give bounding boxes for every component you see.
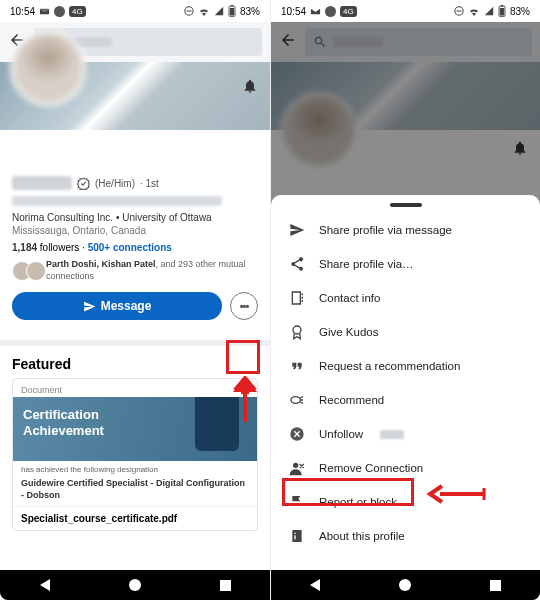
menu-share-message[interactable]: Share profile via message [271,213,540,247]
name-row: (He/Him) · 1st [12,176,258,190]
document-description: Guidewire Certified Specialist - Digital… [13,478,257,505]
document-banner: CertificationAchievement [13,397,257,461]
connections-link[interactable]: 500+ connections [88,242,172,253]
svg-rect-14 [294,533,295,534]
menu-give-kudos[interactable]: Give Kudos [271,315,540,349]
messages-icon [325,6,336,17]
messages-icon [54,6,65,17]
gmail-icon [310,6,321,17]
svg-rect-4 [230,8,234,16]
send-icon [289,222,305,238]
battery-pct: 83% [510,6,530,17]
menu-share-via[interactable]: Share profile via… [271,247,540,281]
share-icon [289,256,305,272]
signal-icon [484,6,494,16]
headline [12,196,222,206]
android-nav-bar [0,570,270,600]
svg-point-12 [293,463,298,468]
nav-home-button[interactable] [399,579,411,591]
annotation-box [226,340,260,374]
battery-icon [498,5,506,17]
nav-recents-button[interactable] [490,580,501,591]
more-button[interactable]: ••• [230,292,258,320]
status-time: 10:54 [281,6,306,17]
company-line: Norima Consulting Inc. • University of O… [12,212,258,223]
battery-icon [228,5,236,17]
connection-degree: · 1st [140,178,159,189]
menu-about-profile[interactable]: About this profile [271,519,540,553]
unfollow-icon [289,426,305,442]
android-nav-bar [271,570,540,600]
followers-line: 1,184 followers · 500+ connections [12,242,258,253]
avatar[interactable] [10,30,86,106]
menu-recommend[interactable]: Recommend [271,383,540,417]
status-time: 10:54 [10,6,35,17]
menu-contact-info[interactable]: Contact info [271,281,540,315]
remove-person-icon [289,460,305,476]
contact-icon [289,290,305,306]
svg-point-10 [293,326,301,334]
verified-icon [77,177,90,190]
annotation-arrow-up [231,376,259,428]
dnd-icon [184,6,194,16]
svg-rect-15 [294,535,295,539]
annotation-arrow-left [426,483,486,509]
svg-rect-3 [231,5,233,6]
info-icon [289,528,305,544]
message-button[interactable]: Message [12,292,222,320]
send-icon [83,300,96,313]
nav-back-button[interactable] [310,579,320,591]
featured-document-card[interactable]: Document CertificationAchievement has ac… [12,378,258,530]
mutual-connections[interactable]: Parth Doshi, Kishan Patel, and 293 other… [12,259,258,282]
profile-name [12,176,72,190]
nav-back-button[interactable] [40,579,50,591]
gmail-icon [39,6,50,17]
wifi-icon [198,6,210,16]
status-bar: 10:54 4G 83% [271,0,540,22]
recommend-icon [289,392,305,408]
pronouns: (He/Him) [95,178,135,189]
quote-icon [289,358,305,374]
doc-designation: has achieved the following designation [13,461,257,478]
signal-icon [214,6,224,16]
kudos-icon [289,324,305,340]
svg-rect-9 [500,8,504,16]
sheet-handle[interactable] [390,203,422,207]
status-pill: 4G [340,6,357,17]
battery-pct: 83% [240,6,260,17]
svg-rect-8 [501,5,503,6]
bottom-sheet: Share profile via message Share profile … [271,195,540,570]
wifi-icon [468,6,480,16]
document-filename: Specialist_course_certificate.pdf [13,506,257,530]
svg-rect-13 [292,530,301,542]
status-bar: 10:54 4G 83% [0,0,270,22]
menu-request-recommendation[interactable]: Request a recommendation [271,349,540,383]
nav-recents-button[interactable] [220,580,231,591]
nav-home-button[interactable] [129,579,141,591]
annotation-box-report [282,478,414,506]
dnd-icon [454,6,464,16]
location-line: Mississauga, Ontario, Canada [12,225,258,236]
status-pill: 4G [69,6,86,17]
mutual-avatars [12,261,40,281]
menu-unfollow[interactable]: Unfollow [271,417,540,451]
document-label: Document [13,379,257,397]
notification-bell-button[interactable] [242,78,258,98]
